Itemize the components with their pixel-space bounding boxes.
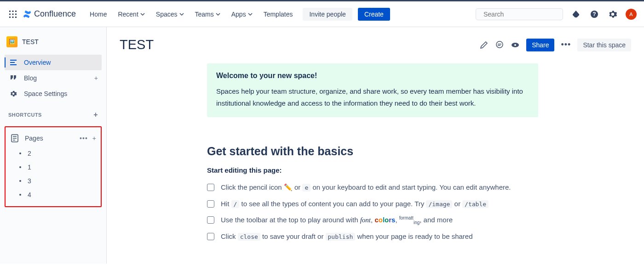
- settings-icon[interactable]: [607, 9, 618, 20]
- nav-spaces[interactable]: Spaces: [151, 8, 189, 21]
- svg-text:?: ?: [592, 11, 596, 17]
- nav-apps[interactable]: Apps: [227, 8, 257, 21]
- welcome-panel-title: Welcome to your new space!: [216, 72, 529, 80]
- svg-rect-2: [15, 11, 17, 12]
- svg-rect-1: [12, 11, 14, 12]
- comment-icon[interactable]: [495, 40, 504, 50]
- star-space-button[interactable]: Star this space: [577, 39, 631, 51]
- text: ,: [395, 216, 399, 224]
- page-tree-item[interactable]: 4: [7, 188, 99, 202]
- check-row-slash: Hit / to see all the types of content yo…: [207, 200, 538, 208]
- sidebar-blog[interactable]: Blog +: [5, 70, 102, 86]
- page-tree-label: 1: [28, 164, 31, 171]
- notifications-icon[interactable]: [570, 9, 581, 20]
- checkbox[interactable]: [207, 233, 214, 240]
- check-row-edit: Click the pencil icon ✏️ or e on your ke…: [207, 183, 538, 192]
- nav-recent[interactable]: Recent: [113, 8, 149, 21]
- product-name: Confluence: [34, 9, 76, 19]
- page-tree-item[interactable]: 1: [7, 160, 99, 174]
- chevron-down-icon: [179, 12, 184, 17]
- nav-home[interactable]: Home: [85, 8, 111, 21]
- text: Click: [221, 232, 238, 240]
- text: or: [452, 200, 462, 208]
- sidebar-space-settings[interactable]: Space Settings: [5, 86, 102, 101]
- sidebar-blog-label: Blog: [24, 74, 37, 82]
- page-tree-label: 4: [28, 191, 31, 198]
- page-header: TEST Share ••• Star this space: [120, 37, 631, 52]
- space-header[interactable]: 🖼️ TEST: [5, 33, 102, 55]
- add-page-icon[interactable]: +: [92, 135, 96, 142]
- bullet-icon: [19, 180, 21, 182]
- checkbox[interactable]: [207, 184, 214, 191]
- check-row-toolbar: Use the toolbar at the top to play aroun…: [207, 216, 538, 224]
- svg-rect-5: [15, 13, 17, 15]
- check-row-close: Click close to save your draft or publis…: [207, 232, 538, 240]
- checkbox[interactable]: [207, 200, 214, 208]
- text: Click the pencil icon: [221, 183, 284, 191]
- gear-icon: [9, 90, 17, 98]
- page-title: TEST: [120, 37, 154, 52]
- confluence-icon: [22, 9, 32, 19]
- nav-templates[interactable]: Templates: [259, 8, 298, 21]
- edit-icon[interactable]: [479, 40, 489, 50]
- page-tree-item[interactable]: 3: [7, 174, 99, 188]
- page-tree-label: 2: [28, 150, 31, 157]
- nav-apps-label: Apps: [231, 11, 246, 18]
- bullet-icon: [19, 152, 21, 154]
- sidebar-pages[interactable]: Pages ••• +: [7, 130, 99, 147]
- chevron-down-icon: [216, 12, 220, 17]
- space-icon: 🖼️: [6, 36, 17, 47]
- text: , and more: [420, 216, 453, 224]
- global-header: Confluence Home Recent Spaces Teams Apps…: [0, 1, 644, 27]
- pages-more-icon[interactable]: •••: [80, 135, 88, 142]
- text: or: [293, 183, 303, 191]
- text: to see all the types of content you can …: [239, 200, 426, 208]
- search-field[interactable]: [476, 8, 563, 20]
- add-blog-icon[interactable]: +: [94, 74, 98, 82]
- share-button[interactable]: Share: [526, 39, 554, 51]
- nav-templates-label: Templates: [264, 11, 293, 18]
- kbd-image: /image: [426, 200, 452, 208]
- svg-point-21: [514, 44, 516, 46]
- kbd-close: close: [238, 233, 260, 241]
- font-sample: font: [360, 216, 371, 224]
- page-tree-item[interactable]: 2: [7, 147, 99, 160]
- welcome-panel: Welcome to your new space! Spaces help y…: [207, 63, 538, 117]
- search-input[interactable]: [483, 11, 564, 18]
- welcome-panel-body: Spaces help your team structure, organiz…: [216, 85, 529, 109]
- formatting-sample: formatting: [399, 216, 420, 224]
- confluence-logo[interactable]: Confluence: [22, 9, 76, 19]
- kbd-publish: publish: [326, 233, 356, 241]
- pages-highlight-box: Pages ••• + 2 1 3 4: [5, 126, 102, 207]
- profile-avatar[interactable]: A: [626, 9, 637, 20]
- watch-icon[interactable]: [511, 40, 520, 50]
- svg-rect-7: [12, 17, 14, 18]
- pages-icon: [10, 134, 19, 143]
- sidebar-overview[interactable]: Overview: [5, 55, 102, 70]
- nav-spaces-label: Spaces: [156, 11, 178, 18]
- pencil-icon: ✏️: [284, 183, 293, 191]
- invite-people-button[interactable]: Invite people: [303, 8, 352, 21]
- header-icons: ? A: [570, 9, 637, 20]
- text: on your keyboard to edit and start typin…: [310, 183, 511, 191]
- kbd-table: /table: [462, 200, 489, 208]
- nav-teams[interactable]: Teams: [190, 8, 225, 21]
- svg-rect-3: [9, 13, 11, 15]
- add-shortcut-icon[interactable]: +: [93, 111, 98, 119]
- help-icon[interactable]: ?: [589, 9, 600, 20]
- kbd-e: e: [302, 184, 310, 192]
- svg-rect-8: [15, 17, 17, 18]
- colors-sample: colors: [374, 216, 395, 224]
- app-switcher-icon[interactable]: [7, 9, 18, 20]
- quote-icon: [9, 74, 17, 82]
- svg-rect-0: [9, 11, 11, 12]
- checkbox[interactable]: [207, 216, 214, 224]
- sidebar-space-settings-label: Space Settings: [24, 90, 67, 97]
- more-actions-icon[interactable]: •••: [561, 40, 571, 50]
- nav-recent-label: Recent: [118, 11, 138, 18]
- space-sidebar: 🖼️ TEST Overview Blog + Space Settings S…: [0, 27, 107, 264]
- shortcuts-section-label: SHORTCUTS +: [5, 101, 102, 123]
- svg-rect-6: [9, 17, 11, 18]
- create-button[interactable]: Create: [358, 8, 390, 21]
- basics-heading: Get started with the basics: [207, 145, 538, 158]
